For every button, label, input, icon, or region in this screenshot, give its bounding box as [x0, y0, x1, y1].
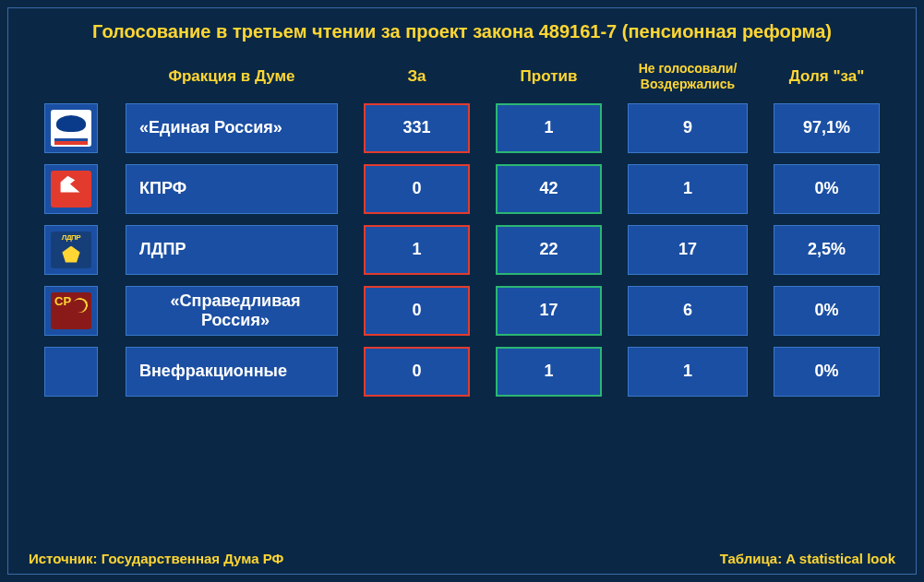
votes-share: 0% [774, 347, 880, 397]
votes-for: 0 [364, 286, 470, 336]
header-for: За [364, 67, 470, 86]
votes-against: 22 [496, 225, 602, 275]
ldpr-icon [51, 232, 91, 268]
votes-abstain: 6 [628, 286, 748, 336]
votes-abstain: 1 [628, 347, 748, 397]
party-name: «Справедливая Россия» [126, 286, 338, 336]
votes-against: 1 [496, 103, 602, 153]
votes-against: 42 [496, 164, 602, 214]
kprf-icon [51, 171, 91, 208]
sr-icon [51, 292, 91, 329]
votes-abstain: 9 [628, 103, 748, 153]
votes-for: 0 [364, 164, 470, 214]
header-abstain: Не голосовали/Воздержались [628, 61, 748, 92]
party-logo-er [44, 103, 98, 153]
party-logo-kprf [44, 164, 98, 214]
votes-share: 0% [774, 164, 880, 214]
votes-share: 2,5% [774, 225, 880, 275]
votes-against: 1 [496, 347, 602, 397]
votes-abstain: 1 [628, 164, 748, 214]
header-against: Против [496, 67, 602, 86]
votes-abstain: 17 [628, 225, 748, 275]
chart-frame: Голосование в третьем чтении за проект з… [7, 7, 917, 575]
header-party: Фракция в Думе [126, 67, 338, 86]
votes-for: 0 [364, 347, 470, 397]
votes-share: 0% [774, 286, 880, 336]
chart-title: Голосование в третьем чтении за проект з… [29, 21, 895, 42]
footer-credit: Таблица: A statistical look [720, 551, 895, 566]
footer-source: Источник: Государственная Дума РФ [29, 551, 283, 566]
er-icon [51, 110, 91, 147]
header-share: Доля "за" [774, 67, 880, 86]
party-name: Внефракционные [126, 347, 338, 397]
party-logo-sr [44, 286, 98, 336]
party-name: КПРФ [126, 164, 338, 214]
party-logo-ldpr [44, 225, 98, 275]
party-name: ЛДПР [126, 225, 338, 275]
data-grid: Фракция в Думе За Против Не голосовали/В… [29, 61, 895, 397]
votes-against: 17 [496, 286, 602, 336]
party-name: «Единая Россия» [126, 103, 338, 153]
footer: Источник: Государственная Дума РФ Таблиц… [29, 551, 895, 566]
votes-for: 1 [364, 225, 470, 275]
party-logo-none [44, 347, 98, 397]
votes-share: 97,1% [774, 103, 880, 153]
votes-for: 331 [364, 103, 470, 153]
